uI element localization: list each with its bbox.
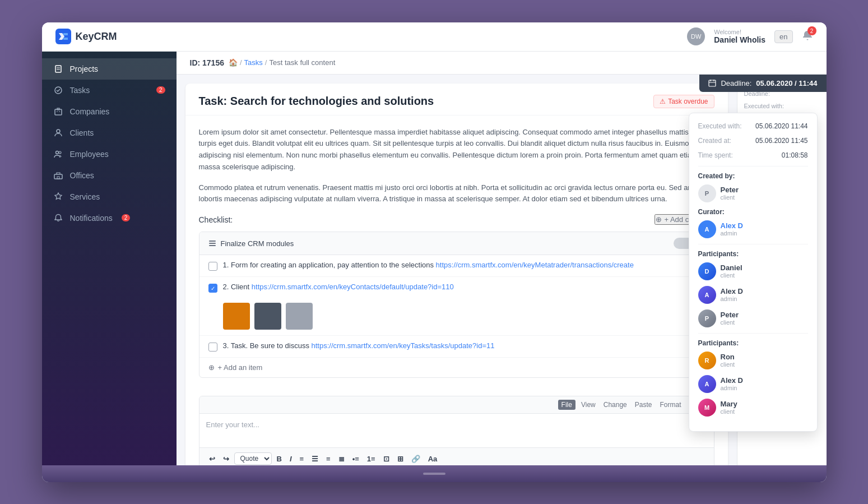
tooltip-participant-mary: M Mary client: [698, 399, 808, 417]
align-center-button[interactable]: ☰: [309, 454, 321, 464]
checkbox-2[interactable]: ✓: [208, 284, 217, 293]
item-3-content: 3. Task. Be sure to discuss https://crm.…: [223, 341, 495, 350]
svg-rect-15: [209, 243, 216, 244]
view-button[interactable]: View: [579, 400, 598, 410]
tooltip-created-label: Created at:: [698, 137, 731, 145]
task-desc-1: Lorem ipsum dolor sit amet consectetur. …: [199, 127, 714, 173]
item-1-link[interactable]: https://crm.smartfx.com/en/keyMetatrader…: [436, 261, 634, 269]
sidebar-item-employees[interactable]: Employees: [42, 144, 177, 165]
notif-badge: 2: [807, 26, 816, 35]
user-info: Welcome! Daniel Wholis: [714, 29, 765, 44]
tooltip-alexd2-name: Alex D: [721, 376, 743, 385]
services-icon: [53, 192, 63, 202]
format-toolbar: ↩ ↪ Quote B I ≡ ☰ ≡ ≣ •≡ 1≡: [199, 447, 714, 465]
tooltip-divider-2: [698, 244, 808, 244]
breadcrumb-current: Test task full content: [269, 58, 335, 67]
topbar-left: KeyCRM: [55, 29, 190, 44]
list-icon: [208, 239, 216, 247]
checkbox-1[interactable]: [208, 262, 217, 271]
clients-icon: [53, 128, 63, 138]
sidebar-item-projects[interactable]: Projects: [42, 58, 177, 80]
file-button[interactable]: File: [558, 400, 575, 410]
sidebar-item-companies[interactable]: Companies: [42, 101, 177, 122]
tooltip-curator-role: admin: [721, 230, 743, 237]
tooltip-alexd-name: Alex D: [721, 287, 743, 295]
task-desc-2: Commodo platea et rutrum venenatis. Prae…: [199, 182, 714, 206]
indent-btn[interactable]: ⊡: [380, 454, 392, 464]
add-item-button[interactable]: ⊕ + Add an item: [199, 358, 714, 377]
sidebar-label-companies: Companies: [70, 107, 110, 116]
ol-button[interactable]: 1≡: [364, 454, 378, 464]
tooltip-participant-daniel: D Daniel client: [698, 262, 808, 280]
task-title: Task: Search for technologies and soluti…: [199, 95, 434, 108]
sidebar-item-notifications[interactable]: Notifications 2: [42, 207, 177, 229]
topbar-right: DW Welcome! Daniel Wholis en 2: [687, 27, 813, 45]
tooltip-daniel-role: client: [721, 272, 742, 279]
breadcrumb-tasks-link[interactable]: Tasks: [244, 58, 263, 67]
scroll-indicator: [42, 465, 827, 482]
svg-point-11: [59, 151, 61, 154]
sidebar-item-services[interactable]: Services: [42, 186, 177, 207]
notif-sidebar-badge: 2: [122, 214, 131, 221]
justify-button[interactable]: ≣: [336, 454, 347, 464]
tooltip-peter-name: Peter: [721, 311, 739, 319]
tooltip-timespent-label: Time spent:: [698, 151, 733, 159]
user-name-btn[interactable]: Daniel Wholis: [714, 35, 765, 44]
quote-select[interactable]: Quote: [234, 452, 272, 465]
svg-rect-14: [209, 241, 216, 242]
tooltip-avatar-mary: M: [698, 399, 716, 417]
tasks-badge: 2: [156, 86, 165, 94]
redo-button[interactable]: ↪: [220, 454, 232, 464]
lang-button[interactable]: en: [774, 30, 792, 43]
welcome-label: Welcome!: [714, 29, 765, 35]
font-button[interactable]: Aa: [425, 454, 440, 464]
logo-icon: [55, 29, 71, 44]
bold-button[interactable]: B: [274, 454, 285, 464]
offices-icon: [53, 170, 63, 181]
checklist-item-2: ✓ 2. Client https://crm.smartfx.com/en/k…: [199, 277, 714, 336]
item-1-text: 1. Form for creating an application, pay…: [223, 261, 436, 269]
comment-textarea[interactable]: Enter your text...: [199, 414, 714, 447]
home-icon[interactable]: 🏠: [229, 58, 238, 67]
sidebar-item-offices[interactable]: Offices: [42, 165, 177, 186]
task-card: Task: Search for technologies and soluti…: [185, 84, 728, 465]
logo-text: KeyCRM: [76, 31, 117, 43]
sidebar-label-projects: Projects: [70, 64, 99, 73]
outdent-btn[interactable]: ⊞: [394, 454, 406, 464]
sidebar-item-tasks[interactable]: Tasks 2: [42, 80, 177, 101]
tooltip-alexd-info: Alex D admin: [721, 287, 743, 302]
item-image-2: [254, 303, 281, 330]
align-left-button[interactable]: ≡: [297, 454, 307, 464]
svg-rect-1: [55, 66, 61, 72]
deadline-bar[interactable]: Deadline: 05.06.2020 / 11:44: [699, 75, 826, 92]
building-icon: [53, 107, 63, 117]
item-3-link[interactable]: https://crm.smartfx.com/en/keyTasks/task…: [312, 341, 495, 350]
format-button[interactable]: Format: [657, 400, 683, 410]
link-button[interactable]: 🔗: [409, 454, 423, 464]
clipboard-icon: [53, 64, 63, 74]
item-2-link[interactable]: https://crm.smartfx.com/en/keyContacts/d…: [252, 283, 454, 291]
scroll-dot: [423, 473, 445, 475]
paste-button[interactable]: Paste: [633, 400, 655, 410]
tooltip-avatar-peter: P: [698, 309, 716, 327]
svg-point-9: [57, 130, 60, 133]
checklist-item-3: 3. Task. Be sure to discuss https://crm.…: [199, 336, 714, 358]
tooltip-mary-info: Mary client: [721, 400, 737, 415]
tooltip-participant-alexd2: A Alex D admin: [698, 375, 808, 393]
ul-button[interactable]: •≡: [350, 454, 362, 464]
checkbox-3[interactable]: [208, 343, 217, 352]
tooltip-timespent-row: Time spent: 01:08:58: [698, 151, 808, 159]
tasks-icon: [53, 85, 63, 95]
sidebar-item-clients[interactable]: Clients: [42, 122, 177, 144]
italic-button[interactable]: I: [287, 454, 295, 464]
sidebar-label-employees: Employees: [70, 150, 109, 159]
notification-button[interactable]: 2: [802, 30, 813, 43]
undo-button[interactable]: ↩: [206, 454, 218, 464]
task-overdue-badge: ⚠ Task overdue: [653, 95, 714, 108]
change-button[interactable]: Change: [601, 400, 629, 410]
tooltip-timespent-value: 01:08:58: [782, 151, 808, 159]
tooltip-ron-name: Ron: [721, 353, 735, 361]
tooltip-divider-1: [698, 166, 808, 167]
align-right-button[interactable]: ≡: [323, 454, 333, 464]
tooltip-daniel-name: Daniel: [721, 263, 742, 272]
